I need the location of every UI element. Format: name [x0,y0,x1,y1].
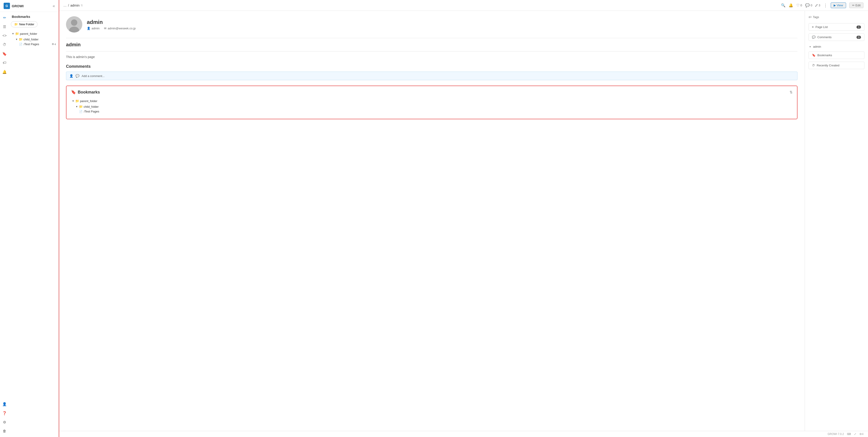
tree-row-parent-folder[interactable]: ▼ 📁 parent_folder [11,31,57,36]
bookmarks-child-folder: ▼ 📁 child_folder 📄 /Test Pages [74,103,793,114]
edit-button[interactable]: ✏ Edit [849,2,864,8]
search-button[interactable]: 🔍 [781,3,785,7]
badge-icon: ⚙ [52,43,54,46]
heart-button[interactable]: ♡ 0 [796,3,802,7]
edit-icon: ✏ [852,4,855,7]
bookmarks-test-pages[interactable]: 📄 /Test Pages [78,109,793,114]
tree-item-parent-folder: ▼ 📁 parent_folder ▼ 📁 child_folder 📄 [11,31,57,48]
user-icon: 👤 [87,27,90,30]
svg-point-1 [71,20,77,26]
app-logo: G GROWI [4,3,24,9]
list-item: admin [813,44,864,49]
page-body: This is admin's page [66,55,798,59]
comment-count: 0 [811,4,812,7]
notifications-button[interactable]: 🔔 [789,3,793,7]
sidebar-icon-strip: ✏ ☰ <> ⏱ 🔖 🏷 🔔 [0,12,9,78]
bookmark-title-icon: 🔖 [71,90,76,95]
chevron-down-icon: ▼ [12,32,14,35]
chevron-down-icon: ▼ [72,100,74,102]
sidebar-header: G GROWI « [0,0,59,12]
breadcrumb-slash: / [68,3,69,7]
sidebar-icon-edit[interactable]: ✏ [0,13,8,22]
sidebar-icon-trash[interactable]: 🗑 [0,427,8,435]
test-pages-label: /Test Pages [24,42,39,46]
footer-expand-icon[interactable]: ⤢ [854,433,856,436]
chevron-down-icon-child: ▼ [16,38,18,41]
tree-children-child: 📄 /Test Pages ⚙ 4 [18,42,57,46]
sidebar-icon-code[interactable]: <> [0,32,8,40]
footer-keyboard-icon[interactable]: ⌨ [847,433,851,436]
comment-add-icon: 💬 [75,74,79,78]
main-area: … / admin ⎘ 🔍 🔔 ♡ 0 💬 0 ⑇ 3 ⋮ ▶ View ✏ [59,0,868,437]
sidebar-bottom-icons: 👤 ❓ ⚙ 🗑 [0,398,9,437]
sidebar-collapse-btn[interactable]: « [53,4,55,8]
recently-created-button[interactable]: ⏱ Recently Created [809,62,864,69]
comments-button[interactable]: 💬 0 [805,3,812,7]
folder-icon: 📁 [14,23,18,26]
profile-header: admin 👤 admin ✉ admin@weseek.co.jp [66,16,798,33]
bookmarks-child-label: child_folder [84,105,99,108]
bookmarks-test-pages-label: /Test Pages [84,110,99,113]
page-list-count: 1 [857,26,861,29]
tree-item-child-folder: ▼ 📁 child_folder 📄 /Test Pages ⚙ [14,36,57,47]
tree-count: 3 [818,4,820,7]
sidebar-icon-settings[interactable]: ⚙ [0,418,8,426]
bookmarks-main-section: 🔖 Bookmarks ⇅ ▼ 📁 parent_folder [66,86,798,119]
sidebar-section-title: Bookmarks [11,15,57,19]
profile-email: ✉ admin@weseek.co.jp [104,27,135,30]
badge-count: 4 [55,43,56,46]
page-list-button[interactable]: ≡ Page List 1 [809,23,864,31]
bookmarks-section-header: 🔖 Bookmarks ⇅ [71,90,793,95]
child-folder-label: child_folder [24,38,39,41]
bookmarks-sort-icon[interactable]: ⇅ [789,90,793,94]
right-bullet-list: admin [809,44,864,49]
profile-info: admin 👤 admin ✉ admin@weseek.co.jp [87,19,135,30]
tree-page-test-pages[interactable]: 📄 /Test Pages ⚙ 4 [18,42,57,46]
email-icon: ✉ [104,27,106,30]
sidebar-content: Bookmarks 📁 New Folder ▼ 📁 parent_folder… [9,12,59,437]
chevron-down-icon: ▼ [75,105,78,108]
sidebar-icon-bookmark[interactable]: 🔖 [0,50,8,58]
tree-row-child-folder[interactable]: ▼ 📁 child_folder [14,37,57,42]
tags-label: 🏷 Tags [809,15,864,19]
parent-folder-label: parent_folder [20,32,37,35]
tree-children-parent: ▼ 📁 child_folder 📄 /Test Pages ⚙ [14,36,57,47]
new-folder-label: New Folder [19,23,34,26]
sidebar-icon-bell[interactable]: 🔔 [0,68,8,76]
sidebar-icon-history[interactable]: ⏱ [0,41,8,49]
divider-2 [66,51,798,52]
sidebar-icon-user[interactable]: 👤 [0,400,8,408]
footer-version: GROWI 7.0.2 [828,433,844,436]
copy-icon[interactable]: ⎘ [81,4,83,7]
sidebar-icon-help[interactable]: ❓ [0,409,8,417]
comments-count: 0 [857,36,861,39]
bookmarks-right-button[interactable]: 🔖 Bookmarks [809,52,864,59]
view-icon: ▶ [834,4,836,7]
comments-section: Commments 👤 💬 Add a comment... [66,64,798,80]
footer-badge: ⚙4 [860,433,864,436]
bookmarks-tree-parent-folder: ▼ 📁 parent_folder ▼ 📁 child_folder [71,98,793,115]
page-title: admin [66,42,798,48]
new-folder-button[interactable]: 📁 New Folder [11,21,37,27]
bookmarks-row-child-folder[interactable]: ▼ 📁 child_folder [74,104,793,109]
bookmarks-row-parent-folder[interactable]: ▼ 📁 parent_folder [71,98,793,103]
breadcrumb-current: admin [70,3,80,7]
comments-section-button[interactable]: 💬 Comments 0 [809,33,864,41]
sidebar-icon-tag[interactable]: 🏷 [0,59,8,67]
folder-open-icon: 📁 [15,32,19,35]
more-button[interactable]: ⋮ [824,3,828,8]
view-button[interactable]: ▶ View [831,2,846,8]
profile-name: admin [87,19,135,25]
bookmarks-tree-children: ▼ 📁 child_folder 📄 /Test Pages [74,103,793,114]
add-comment-box[interactable]: 👤 💬 Add a comment... [66,72,798,80]
sidebar-icon-list[interactable]: ☰ [0,23,8,31]
tree-button[interactable]: ⑇ 3 [815,3,820,7]
topbar-actions: 🔍 🔔 ♡ 0 💬 0 ⑇ 3 ⋮ ▶ View ✏ Edit [781,2,864,8]
profile-username: 👤 admin [87,27,99,30]
list-icon: ≡ [812,25,814,29]
breadcrumb-sep: … [63,3,67,7]
comment-add-text: Add a comment... [82,74,105,78]
folder-child-icon: 📁 [79,105,83,108]
heart-count: 0 [800,4,802,7]
bookmarks-child-children: 📄 /Test Pages [78,109,793,114]
